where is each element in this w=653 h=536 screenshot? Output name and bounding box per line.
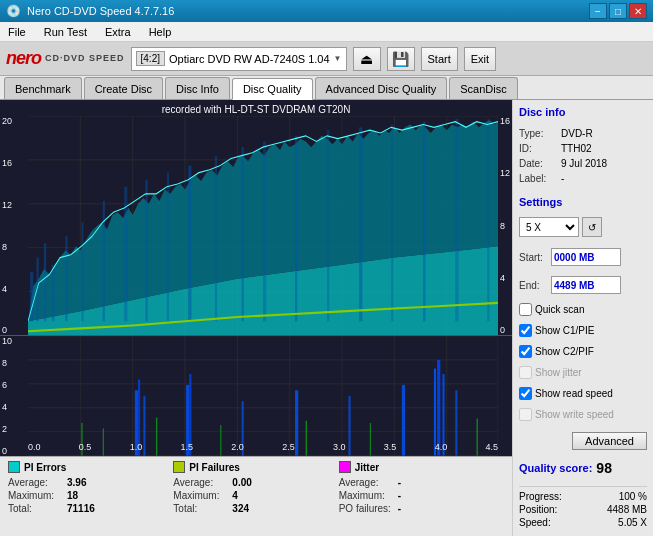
quality-score-label: Quality score: [519, 462, 592, 474]
toolbar: nero CD·DVD SPEED [4:2] Optiarc DVD RW A… [0, 42, 653, 76]
svg-rect-22 [65, 236, 67, 321]
svg-rect-32 [295, 136, 297, 321]
disc-id-row: ID: TTH02 [519, 141, 647, 156]
svg-rect-33 [327, 130, 329, 321]
save-button[interactable]: 💾 [387, 47, 415, 71]
svg-rect-36 [423, 122, 425, 322]
svg-rect-35 [391, 124, 393, 321]
svg-rect-34 [359, 127, 362, 321]
maximize-button[interactable]: □ [609, 3, 627, 19]
start-button[interactable]: Start [421, 47, 458, 71]
start-mb-row: Start: [519, 248, 647, 266]
title-bar-left: 💿 Nero CD-DVD Speed 4.7.7.16 [6, 4, 174, 18]
svg-rect-20 [44, 243, 46, 321]
menu-file[interactable]: File [4, 24, 30, 40]
close-button[interactable]: ✕ [629, 3, 647, 19]
tab-advanced-disc-quality[interactable]: Advanced Disc Quality [315, 77, 448, 99]
top-y-axis-right: 16 12 8 4 0 [500, 116, 510, 335]
refresh-button[interactable]: ↺ [582, 217, 602, 237]
show-c2-pif-checkbox[interactable] [519, 345, 532, 358]
menu-extra[interactable]: Extra [101, 24, 135, 40]
pi-errors-label: PI Errors [24, 462, 66, 473]
svg-rect-24 [103, 201, 105, 321]
pi-errors-stat: PI Errors Average: 3.96 Maximum: 18 Tota… [8, 461, 173, 532]
quality-score-row: Quality score: 98 [519, 460, 647, 476]
progress-section: Progress: 100 % Position: 4488 MB Speed:… [519, 486, 647, 528]
top-chart-svg [28, 116, 498, 335]
svg-rect-39 [28, 336, 498, 456]
tab-benchmark[interactable]: Benchmark [4, 77, 82, 99]
pi-failures-label: PI Failures [189, 462, 240, 473]
chart-area: recorded with HL-DT-ST DVDRAM GT20N [0, 100, 513, 536]
drive-index: [4:2] [136, 51, 165, 66]
pi-failures-color [173, 461, 185, 473]
position-row: Position: 4488 MB [519, 504, 647, 515]
disc-label-row: Label: - [519, 171, 647, 186]
show-write-speed-row[interactable]: Show write speed [519, 408, 647, 421]
speed-select[interactable]: 5 X 4 X 8 X [519, 217, 579, 237]
top-y-axis: 20 16 12 8 4 0 [2, 116, 12, 335]
pi-errors-color [8, 461, 20, 473]
disc-date-row: Date: 9 Jul 2018 [519, 156, 647, 171]
svg-rect-37 [455, 119, 458, 321]
svg-rect-29 [215, 156, 217, 322]
show-c2-pif-row[interactable]: Show C2/PIF [519, 345, 647, 358]
tabs: Benchmark Create Disc Disc Info Disc Qua… [0, 76, 653, 100]
sidebar: Disc info Type: DVD-R ID: TTH02 Date: 9 … [513, 100, 653, 536]
y-label-20: 20 [2, 116, 12, 126]
jitter-label: Jitter [355, 462, 379, 473]
tab-create-disc[interactable]: Create Disc [84, 77, 163, 99]
svg-rect-31 [263, 141, 266, 321]
tab-scan-disc[interactable]: ScanDisc [449, 77, 517, 99]
show-read-speed-row[interactable]: Show read speed [519, 387, 647, 400]
content-area: recorded with HL-DT-ST DVDRAM GT20N [0, 100, 653, 536]
show-jitter-label: Show jitter [535, 367, 582, 378]
show-c2-pif-label: Show C2/PIF [535, 346, 594, 357]
y-label-0: 0 [2, 325, 12, 335]
window-title: Nero CD-DVD Speed 4.7.7.16 [27, 5, 174, 17]
quick-scan-checkbox[interactable] [519, 303, 532, 316]
x-axis-labels: 0.0 0.5 1.0 1.5 2.0 2.5 3.0 3.5 4.0 4.5 [28, 442, 498, 456]
progress-label: Progress: [519, 491, 562, 502]
logo-subtitle: CD·DVD SPEED [45, 54, 125, 63]
svg-rect-18 [30, 272, 33, 322]
pi-failures-stat: PI Failures Average: 0.00 Maximum: 4 Tot… [173, 461, 338, 532]
app-icon: 💿 [6, 4, 21, 18]
exit-button[interactable]: Exit [464, 47, 496, 71]
disc-type-row: Type: DVD-R [519, 126, 647, 141]
show-c1-pie-row[interactable]: Show C1/PIE [519, 324, 647, 337]
drive-select[interactable]: [4:2] Optiarc DVD RW AD-7240S 1.04 ▼ [131, 47, 347, 71]
show-write-speed-checkbox [519, 408, 532, 421]
eject-button[interactable]: ⏏ [353, 47, 381, 71]
svg-rect-27 [167, 173, 169, 322]
y-label-8: 8 [2, 242, 12, 252]
drive-dropdown-arrow: ▼ [334, 54, 342, 63]
bottom-chart-svg [28, 336, 498, 456]
speed-row: 5 X 4 X 8 X ↺ [519, 217, 647, 237]
title-bar-controls: − □ ✕ [589, 3, 647, 19]
show-read-speed-checkbox[interactable] [519, 387, 532, 400]
start-mb-input[interactable] [551, 248, 621, 266]
quick-scan-row[interactable]: Quick scan [519, 303, 647, 316]
y-label-4: 4 [2, 284, 12, 294]
menu-bar: File Run Test Extra Help [0, 22, 653, 42]
tab-disc-info[interactable]: Disc Info [165, 77, 230, 99]
quality-score-value: 98 [596, 460, 612, 476]
show-c1-pie-checkbox[interactable] [519, 324, 532, 337]
svg-rect-21 [52, 265, 55, 322]
advanced-btn-container: Advanced [519, 428, 647, 450]
speed-label: Speed: [519, 517, 551, 528]
menu-run-test[interactable]: Run Test [40, 24, 91, 40]
menu-help[interactable]: Help [145, 24, 176, 40]
minimize-button[interactable]: − [589, 3, 607, 19]
position-value: 4488 MB [607, 504, 647, 515]
speed-value: 5.05 X [618, 517, 647, 528]
tab-disc-quality[interactable]: Disc Quality [232, 78, 313, 100]
show-write-speed-label: Show write speed [535, 409, 614, 420]
show-jitter-row[interactable]: Show jitter [519, 366, 647, 379]
advanced-button[interactable]: Advanced [572, 432, 647, 450]
drive-name: Optiarc DVD RW AD-7240S 1.04 [169, 53, 330, 65]
show-jitter-checkbox [519, 366, 532, 379]
position-label: Position: [519, 504, 557, 515]
end-mb-input[interactable] [551, 276, 621, 294]
